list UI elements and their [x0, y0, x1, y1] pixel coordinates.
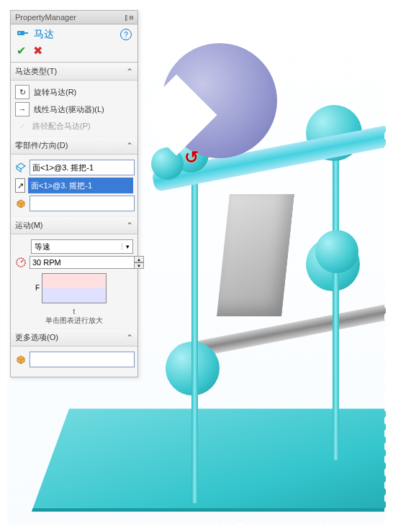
section-more-options-header[interactable]: 更多选项(O) ⌃ [11, 329, 137, 347]
option-label: 路径配合马达(P) [32, 121, 91, 132]
section-title: 马达类型(T) [15, 66, 57, 77]
chart-x-axis-label: t [15, 308, 133, 316]
center-block [217, 194, 294, 316]
face-icon [15, 161, 27, 174]
chevron-down-icon: ▾ [122, 243, 132, 250]
option-path-motor: ⟋ 路径配合马达(P) [15, 118, 133, 134]
motor-icon [17, 28, 30, 41]
feature-title: 马达 [34, 28, 116, 41]
chevron-up-icon: ⌃ [126, 333, 133, 343]
component-icon [15, 353, 27, 366]
spin-down-icon[interactable]: ▼ [134, 262, 144, 269]
panel-header: PropertyManager ⫿⊟ [11, 11, 137, 24]
svg-point-2 [19, 32, 20, 34]
chart-hint: 单击图表进行放大 [15, 316, 133, 326]
motor-direction-field[interactable] [28, 178, 133, 193]
option-rotary-motor[interactable]: ↻ 旋转马达(R) [15, 83, 133, 101]
pushpin-icon[interactable]: ⫿⊟ [125, 13, 133, 22]
rotary-icon: ↻ [15, 85, 30, 99]
chevron-up-icon: ⌃ [126, 141, 133, 151]
vertical-rod [333, 115, 339, 460]
vertical-rod [191, 165, 198, 503]
option-linear-motor[interactable]: → 线性马达(驱动器)(L) [15, 101, 133, 118]
speed-icon [15, 256, 27, 269]
property-manager-panel: PropertyManager ⫿⊟ 马达 ? ✔ ✖ 马达类型(T) ⌃ ↻ … [10, 10, 138, 377]
motion-type-dropdown[interactable]: 等速 ▾ [31, 239, 133, 254]
section-motor-type-header[interactable]: 马达类型(T) ⌃ [11, 63, 137, 81]
component-icon [15, 197, 27, 210]
relative-component-field[interactable] [30, 196, 135, 211]
svg-rect-1 [24, 32, 28, 34]
option-label: 旋转马达(R) [34, 87, 76, 98]
speed-input[interactable]: ▲ ▼ [30, 256, 144, 269]
load-bearing-faces-field[interactable] [30, 352, 135, 367]
chart-y-axis-label: F [35, 284, 40, 292]
speed-value-field[interactable] [30, 256, 134, 269]
chevron-up-icon: ⌃ [126, 221, 133, 231]
section-title: 运动(M) [15, 220, 43, 231]
path-icon: ⟋ [15, 119, 28, 132]
section-component-header[interactable]: 零部件/方向(D) ⌃ [11, 137, 137, 155]
section-motion-header[interactable]: 运动(M) ⌃ [11, 216, 137, 234]
rotation-arrow-icon: ↺ [184, 147, 199, 168]
reverse-direction-icon[interactable]: ↗ [15, 178, 25, 193]
panel-header-title: PropertyManager [15, 13, 76, 22]
motion-chart[interactable]: F [42, 273, 107, 303]
section-title: 更多选项(O) [15, 332, 58, 343]
svg-rect-0 [17, 31, 24, 35]
spin-up-icon[interactable]: ▲ [134, 256, 144, 262]
chevron-up-icon: ⌃ [126, 67, 133, 77]
cam-disc [162, 43, 277, 158]
linear-icon: → [15, 102, 30, 116]
motor-location-field[interactable] [30, 160, 135, 175]
cancel-button[interactable]: ✖ [33, 44, 42, 58]
spacer-cylinder [315, 230, 358, 273]
dropdown-value: 等速 [32, 242, 122, 252]
section-title: 零部件/方向(D) [15, 140, 68, 151]
help-icon[interactable]: ? [120, 29, 132, 40]
option-label: 线性马达(驱动器)(L) [34, 104, 104, 115]
ok-button[interactable]: ✔ [17, 44, 26, 58]
